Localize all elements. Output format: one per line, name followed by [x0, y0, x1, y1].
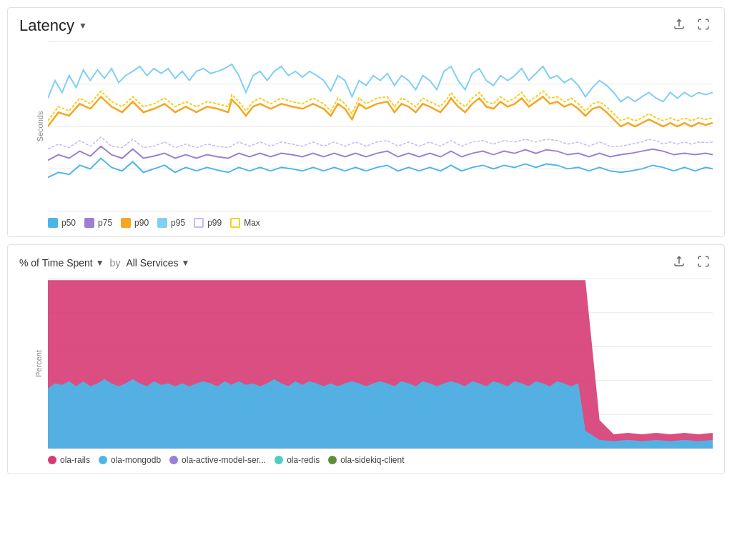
all-services-arrow[interactable]: ▼	[182, 258, 190, 268]
legend-ola-mongodb-swatch	[99, 456, 107, 464]
legend-ola-active-model: ola-active-model-ser...	[169, 455, 266, 465]
timespent-chart-svg: 100 80 60 40 20 0 18:00 21:00 Fri 9 03:0…	[48, 278, 713, 449]
legend-p99-swatch	[194, 218, 204, 228]
latency-dropdown-arrow[interactable]: ▼	[79, 21, 87, 31]
legend-ola-sidekiq-label: ola-sidekiq-client	[340, 455, 404, 465]
timespent-legend: ola-rails ola-mongodb ola-active-model-s…	[48, 455, 713, 465]
legend-ola-active-model-label: ola-active-model-ser...	[182, 455, 266, 465]
timespent-title: % of Time Spent	[19, 257, 93, 269]
timespent-fullscreen-button[interactable]	[694, 254, 713, 272]
timespent-y-axis-label: Percent	[34, 350, 43, 377]
timespent-header: % of Time Spent ▼ by All Services ▼	[19, 254, 713, 272]
timespent-title-dropdown[interactable]: % of Time Spent ▼	[19, 257, 104, 269]
legend-p50-swatch	[48, 218, 58, 228]
legend-p75: p75	[84, 218, 112, 228]
timespent-upload-button[interactable]	[670, 254, 688, 272]
all-services-label: All Services	[126, 257, 178, 269]
latency-title: Latency	[19, 16, 74, 35]
legend-ola-sidekiq-swatch	[328, 456, 337, 464]
latency-title-group: Latency ▼	[19, 16, 87, 35]
legend-p50-label: p50	[61, 218, 76, 228]
timespent-panel: % of Time Spent ▼ by All Services ▼ Perc…	[7, 244, 725, 474]
legend-ola-redis: ola-redis	[274, 455, 320, 465]
legend-max: Max	[230, 218, 260, 228]
latency-header: Latency ▼	[19, 16, 713, 35]
timespent-title-group: % of Time Spent ▼ by All Services ▼	[19, 257, 189, 269]
legend-p90-label: p90	[134, 218, 149, 228]
latency-actions	[670, 16, 713, 35]
legend-p95: p95	[157, 218, 185, 228]
legend-ola-active-model-swatch	[169, 456, 178, 464]
legend-p95-swatch	[157, 218, 167, 228]
legend-p75-swatch	[84, 218, 94, 228]
legend-p99: p99	[194, 218, 222, 228]
legend-ola-redis-label: ola-redis	[287, 455, 320, 465]
latency-panel: Latency ▼ Seconds 15 10	[7, 7, 725, 237]
legend-ola-mongodb-label: ola-mongodb	[111, 455, 161, 465]
latency-legend: p50 p75 p90 p95 p99 Max	[48, 218, 713, 228]
legend-p90-swatch	[121, 218, 131, 228]
legend-ola-redis-swatch	[274, 456, 283, 464]
by-label: by	[110, 257, 121, 269]
timespent-chart-container: Percent 100 80 60 40 20 0 18:00 21:00	[19, 278, 713, 449]
latency-chart-svg: 15 10 5 0 18:00 21:00 Fri 9 03:00 06:00 …	[48, 41, 713, 212]
legend-ola-mongodb: ola-mongodb	[99, 455, 161, 465]
latency-upload-button[interactable]	[670, 16, 688, 35]
legend-p95-label: p95	[171, 218, 185, 228]
legend-ola-sidekiq: ola-sidekiq-client	[328, 455, 404, 465]
latency-fullscreen-button[interactable]	[694, 16, 713, 35]
timespent-actions	[670, 254, 713, 272]
legend-max-label: Max	[244, 218, 260, 228]
latency-chart-container: Seconds 15 10 5 0 18:00 21:00 Fri 9 03:0…	[19, 41, 713, 212]
latency-y-axis-label: Seconds	[36, 111, 44, 142]
legend-p75-label: p75	[98, 218, 112, 228]
all-services-dropdown[interactable]: All Services ▼	[126, 257, 189, 269]
legend-ola-rails-label: ola-rails	[60, 455, 90, 465]
legend-p99-label: p99	[207, 218, 222, 228]
legend-p50: p50	[48, 218, 76, 228]
legend-ola-rails-swatch	[48, 456, 56, 464]
legend-max-swatch	[230, 218, 240, 228]
legend-p90: p90	[121, 218, 149, 228]
timespent-dropdown-arrow[interactable]: ▼	[96, 258, 104, 268]
legend-ola-rails: ola-rails	[48, 455, 90, 465]
